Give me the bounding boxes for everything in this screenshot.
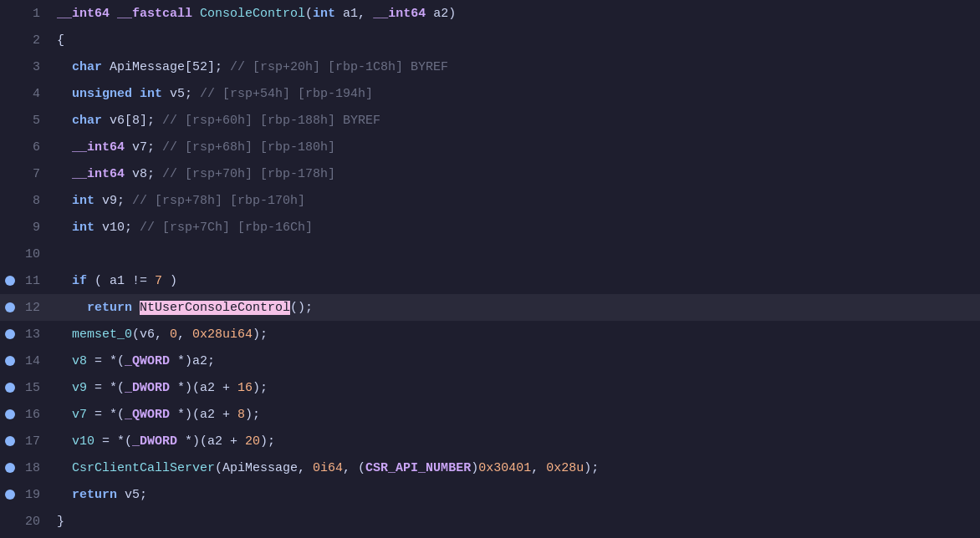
token: 16 [237,381,253,395]
code-line: 6 __int64 v7; // [rsp+68h] [rbp-180h] [0,134,980,160]
breakpoint-dot[interactable] [5,463,15,473]
line-number: 9 [20,221,50,235]
token: v5; [162,87,200,101]
token: // [rsp+54h] [rbp-194h] [200,87,373,101]
line-number: 6 [20,140,50,155]
code-line: 10 [0,241,980,267]
token: , [531,461,546,475]
token: __int64 [57,140,125,155]
token: ConsoleControl [200,7,305,21]
code-line: 15 v9 = *(_DWORD *)(a2 + 16); [0,374,980,401]
breakpoint-dot[interactable] [5,356,15,366]
token: v10; [94,221,140,235]
token: ); [260,434,275,449]
breakpoint-dot[interactable] [5,436,15,446]
breakpoint-dot[interactable] [5,490,15,500]
line-indicator [0,356,20,366]
token: = *( [87,381,125,395]
line-content: __int64 v8; // [rsp+70h] [rbp-178h] [50,167,980,181]
line-content: return v5; [50,488,980,502]
token: // [rsp+20h] [rbp-1C8h] BYREF [230,60,448,74]
line-content: int v9; // [rsp+78h] [rbp-170h] [50,194,980,208]
line-content: v10 = *(_DWORD *)(a2 + 20); [50,434,980,449]
token: _QWORD [125,354,170,368]
line-content: memset_0(v6, 0, 0x28ui64); [50,327,980,342]
token: char [57,60,102,74]
line-number: 3 [20,60,50,74]
token: (); [290,301,313,315]
token: v9; [94,194,132,208]
line-content: } [50,515,980,529]
token: memset_0 [57,327,132,342]
token: 20 [245,434,260,449]
token: __int64 [373,7,426,21]
line-number: 16 [20,408,50,422]
line-number: 10 [20,247,50,261]
token: = *( [87,408,125,422]
code-line: 20} [0,508,980,535]
line-content: __int64 v7; // [rsp+68h] [rbp-180h] [50,140,980,155]
line-content: v7 = *(_QWORD *)(a2 + 8); [50,408,980,422]
line-number: 5 [20,114,50,128]
line-number: 19 [20,488,50,502]
token: } [57,515,64,529]
breakpoint-dot[interactable] [5,276,15,286]
line-indicator [0,329,20,339]
token: ( [305,7,313,21]
token: __fastcall [110,7,200,21]
token: 8 [237,408,245,422]
line-number: 11 [20,274,50,288]
line-number: 18 [20,461,50,475]
token: v7; [125,140,162,155]
token: v8; [125,167,162,181]
token: v5; [117,488,147,502]
token: // [rsp+7Ch] [rbp-16Ch] [140,221,313,235]
token: ) [471,461,478,475]
code-line: 12 return NtUserConsoleControl(); [0,294,980,321]
line-number: 13 [20,327,50,342]
line-indicator [0,302,20,312]
line-content: CsrClientCallServer(ApiMessage, 0i64, (C… [50,461,980,475]
token: int [57,221,94,235]
code-line: 7 __int64 v8; // [rsp+70h] [rbp-178h] [0,160,980,187]
line-content: return NtUserConsoleControl(); [50,301,980,315]
token: unsigned [72,87,132,101]
code-line: 13 memset_0(v6, 0, 0x28ui64); [0,321,980,348]
token: v9 [57,381,87,395]
token: (ApiMessage, [215,461,313,475]
line-indicator [0,276,20,286]
token: return [57,301,132,315]
line-number: 1 [20,7,50,21]
code-line: 9 int v10; // [rsp+7Ch] [rbp-16Ch] [0,214,980,241]
token: *)(a2 + [177,434,245,449]
breakpoint-dot[interactable] [5,302,15,312]
token: v10 [57,434,94,449]
token: ); [584,461,599,475]
line-number: 2 [20,33,50,48]
token: _DWORD [125,381,170,395]
line-content: v8 = *(_QWORD *)a2; [50,354,980,368]
token: __int64 [57,167,125,181]
token: *)(a2 + [170,381,237,395]
token: NtUserConsoleControl [140,301,290,315]
token: 0i64 [313,461,343,475]
token: 7 [155,274,162,288]
code-line: 5 char v6[8]; // [rsp+60h] [rbp-188h] BY… [0,107,980,134]
token: { [57,33,64,48]
token: ); [253,327,268,342]
token: CSR_API_NUMBER [365,461,471,475]
token [132,301,140,315]
token: // [rsp+70h] [rbp-178h] [162,167,335,181]
line-number: 14 [20,354,50,368]
breakpoint-dot[interactable] [5,329,15,339]
token: , [177,327,192,342]
line-content: char v6[8]; // [rsp+60h] [rbp-188h] BYRE… [50,114,980,128]
breakpoint-dot[interactable] [5,383,15,393]
token: 0 [170,327,177,342]
line-number: 12 [20,301,50,315]
line-indicator [0,436,20,446]
token: CsrClientCallServer [72,461,215,475]
token: 0x28u [546,461,584,475]
breakpoint-dot[interactable] [5,409,15,419]
token: , ( [343,461,365,475]
